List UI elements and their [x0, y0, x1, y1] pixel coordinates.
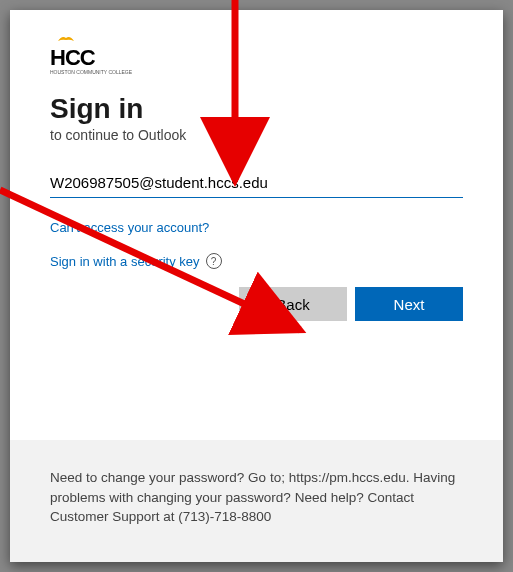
question-icon[interactable]: ? [206, 253, 222, 269]
cant-access-link[interactable]: Can't access your account? [50, 220, 209, 235]
org-logo: HCC HOUSTON COMMUNITY COLLEGE [50, 45, 132, 75]
signin-card: HCC HOUSTON COMMUNITY COLLEGE Sign in to… [10, 10, 503, 562]
main-content: HCC HOUSTON COMMUNITY COLLEGE Sign in to… [10, 10, 503, 440]
email-input-wrap [50, 168, 463, 198]
logo-bird-icon [56, 33, 76, 43]
page-title: Sign in [50, 93, 463, 125]
next-button[interactable]: Next [355, 287, 463, 321]
security-key-link[interactable]: Sign in with a security key [50, 254, 200, 269]
back-button[interactable]: Back [239, 287, 347, 321]
logo-text: HCC [50, 45, 95, 70]
security-key-row: Sign in with a security key ? [50, 253, 463, 269]
page-subtitle: to continue to Outlook [50, 127, 463, 143]
footer-help-text: Need to change your password? Go to; htt… [10, 440, 503, 562]
email-field[interactable] [50, 168, 463, 198]
logo-subtext: HOUSTON COMMUNITY COLLEGE [50, 69, 132, 75]
button-row: Back Next [50, 287, 463, 321]
